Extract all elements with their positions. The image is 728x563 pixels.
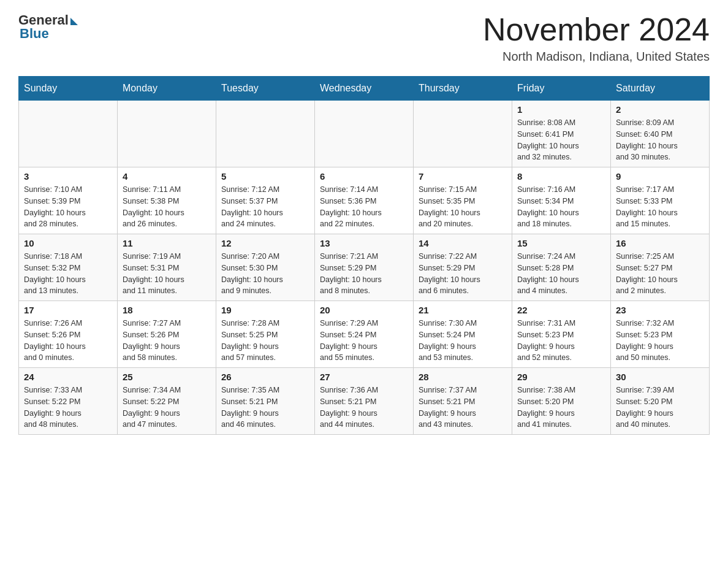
day-number: 8 [517,171,605,182]
day-info: Sunrise: 7:20 AMSunset: 5:30 PMDaylight:… [221,251,309,297]
calendar-week-row: 17Sunrise: 7:26 AMSunset: 5:26 PMDayligh… [19,301,710,368]
day-number: 21 [419,305,507,315]
calendar-cell: 7Sunrise: 7:15 AMSunset: 5:35 PMDaylight… [414,167,512,234]
day-info: Sunrise: 7:34 AMSunset: 5:22 PMDaylight:… [123,385,211,431]
day-number: 2 [616,104,704,115]
calendar-cell: 12Sunrise: 7:20 AMSunset: 5:30 PMDayligh… [216,234,315,301]
day-info: Sunrise: 7:18 AMSunset: 5:32 PMDaylight:… [24,251,112,297]
day-number: 26 [221,372,309,382]
day-info: Sunrise: 8:08 AMSunset: 6:41 PMDaylight:… [517,117,605,163]
calendar-cell: 22Sunrise: 7:31 AMSunset: 5:23 PMDayligh… [512,301,611,368]
calendar-cell: 10Sunrise: 7:18 AMSunset: 5:32 PMDayligh… [19,234,118,301]
calendar-week-row: 10Sunrise: 7:18 AMSunset: 5:32 PMDayligh… [19,234,710,301]
calendar-cell: 24Sunrise: 7:33 AMSunset: 5:22 PMDayligh… [19,368,118,435]
day-info: Sunrise: 8:09 AMSunset: 6:40 PMDaylight:… [616,117,704,163]
calendar-cell: 16Sunrise: 7:25 AMSunset: 5:27 PMDayligh… [611,234,710,301]
day-info: Sunrise: 7:29 AMSunset: 5:24 PMDaylight:… [320,318,408,364]
day-number: 6 [320,171,408,182]
day-info: Sunrise: 7:26 AMSunset: 5:26 PMDaylight:… [24,318,112,364]
calendar-cell: 18Sunrise: 7:27 AMSunset: 5:26 PMDayligh… [118,301,216,368]
calendar-cell: 26Sunrise: 7:35 AMSunset: 5:21 PMDayligh… [216,368,315,435]
day-number: 20 [320,305,408,315]
calendar-cell: 3Sunrise: 7:10 AMSunset: 5:39 PMDaylight… [19,167,118,234]
day-info: Sunrise: 7:25 AMSunset: 5:27 PMDaylight:… [616,251,704,297]
weekday-header-thursday: Thursday [414,77,512,101]
calendar-cell: 30Sunrise: 7:39 AMSunset: 5:20 PMDayligh… [611,368,710,435]
calendar-cell: 11Sunrise: 7:19 AMSunset: 5:31 PMDayligh… [118,234,216,301]
day-number: 10 [24,238,112,248]
calendar-cell: 4Sunrise: 7:11 AMSunset: 5:38 PMDaylight… [118,167,216,234]
calendar-table: SundayMondayTuesdayWednesdayThursdayFrid… [18,76,710,435]
calendar-week-row: 3Sunrise: 7:10 AMSunset: 5:39 PMDaylight… [19,167,710,234]
calendar-cell: 21Sunrise: 7:30 AMSunset: 5:24 PMDayligh… [414,301,512,368]
day-number: 9 [616,171,704,182]
day-number: 11 [123,238,211,248]
day-info: Sunrise: 7:22 AMSunset: 5:29 PMDaylight:… [419,251,507,297]
day-info: Sunrise: 7:33 AMSunset: 5:22 PMDaylight:… [24,385,112,431]
calendar-cell [414,101,512,167]
weekday-header-saturday: Saturday [611,77,710,101]
day-number: 27 [320,372,408,382]
calendar-week-row: 1Sunrise: 8:08 AMSunset: 6:41 PMDaylight… [19,101,710,167]
day-info: Sunrise: 7:19 AMSunset: 5:31 PMDaylight:… [123,251,211,297]
day-number: 5 [221,171,309,182]
day-number: 17 [24,305,112,315]
day-info: Sunrise: 7:32 AMSunset: 5:23 PMDaylight:… [616,318,704,364]
day-number: 30 [616,372,704,382]
day-number: 1 [517,104,605,115]
weekday-header-wednesday: Wednesday [315,77,414,101]
calendar-cell: 15Sunrise: 7:24 AMSunset: 5:28 PMDayligh… [512,234,611,301]
calendar-cell: 29Sunrise: 7:38 AMSunset: 5:20 PMDayligh… [512,368,611,435]
day-info: Sunrise: 7:14 AMSunset: 5:36 PMDaylight:… [320,184,408,230]
day-number: 16 [616,238,704,248]
day-info: Sunrise: 7:11 AMSunset: 5:38 PMDaylight:… [123,184,211,230]
day-number: 28 [419,372,507,382]
day-number: 4 [123,171,211,182]
logo-arrow-icon [70,18,78,25]
calendar-cell: 8Sunrise: 7:16 AMSunset: 5:34 PMDaylight… [512,167,611,234]
day-info: Sunrise: 7:27 AMSunset: 5:26 PMDaylight:… [123,318,211,364]
day-number: 19 [221,305,309,315]
day-number: 7 [419,171,507,182]
calendar-cell: 2Sunrise: 8:09 AMSunset: 6:40 PMDaylight… [611,101,710,167]
day-info: Sunrise: 7:17 AMSunset: 5:33 PMDaylight:… [616,184,704,230]
calendar-cell: 27Sunrise: 7:36 AMSunset: 5:21 PMDayligh… [315,368,414,435]
day-info: Sunrise: 7:36 AMSunset: 5:21 PMDaylight:… [320,385,408,431]
calendar-cell: 5Sunrise: 7:12 AMSunset: 5:37 PMDaylight… [216,167,315,234]
day-info: Sunrise: 7:28 AMSunset: 5:25 PMDaylight:… [221,318,309,364]
day-number: 14 [419,238,507,248]
calendar-cell [19,101,118,167]
calendar-cell: 9Sunrise: 7:17 AMSunset: 5:33 PMDaylight… [611,167,710,234]
calendar-cell: 19Sunrise: 7:28 AMSunset: 5:25 PMDayligh… [216,301,315,368]
day-info: Sunrise: 7:31 AMSunset: 5:23 PMDaylight:… [517,318,605,364]
day-info: Sunrise: 7:16 AMSunset: 5:34 PMDaylight:… [517,184,605,230]
day-info: Sunrise: 7:15 AMSunset: 5:35 PMDaylight:… [419,184,507,230]
day-number: 29 [517,372,605,382]
calendar-cell [118,101,216,167]
calendar-cell: 23Sunrise: 7:32 AMSunset: 5:23 PMDayligh… [611,301,710,368]
day-number: 13 [320,238,408,248]
calendar-cell: 17Sunrise: 7:26 AMSunset: 5:26 PMDayligh… [19,301,118,368]
calendar-cell: 28Sunrise: 7:37 AMSunset: 5:21 PMDayligh… [414,368,512,435]
calendar-cell [216,101,315,167]
day-info: Sunrise: 7:38 AMSunset: 5:20 PMDaylight:… [517,385,605,431]
day-info: Sunrise: 7:30 AMSunset: 5:24 PMDaylight:… [419,318,507,364]
weekday-header-sunday: Sunday [19,77,118,101]
day-number: 25 [123,372,211,382]
calendar-cell: 25Sunrise: 7:34 AMSunset: 5:22 PMDayligh… [118,368,216,435]
title-section: November 2024 North Madison, Indiana, Un… [483,12,710,64]
logo: General Blue [18,12,78,42]
calendar-cell: 1Sunrise: 8:08 AMSunset: 6:41 PMDaylight… [512,101,611,167]
page-header: General Blue November 2024 North Madison… [18,12,710,64]
day-number: 3 [24,171,112,182]
day-number: 23 [616,305,704,315]
location-text: North Madison, Indiana, United States [483,50,710,64]
calendar-cell: 20Sunrise: 7:29 AMSunset: 5:24 PMDayligh… [315,301,414,368]
weekday-header-monday: Monday [118,77,216,101]
day-info: Sunrise: 7:10 AMSunset: 5:39 PMDaylight:… [24,184,112,230]
calendar-cell [315,101,414,167]
month-title: November 2024 [483,12,710,47]
day-number: 24 [24,372,112,382]
calendar-cell: 13Sunrise: 7:21 AMSunset: 5:29 PMDayligh… [315,234,414,301]
day-info: Sunrise: 7:21 AMSunset: 5:29 PMDaylight:… [320,251,408,297]
